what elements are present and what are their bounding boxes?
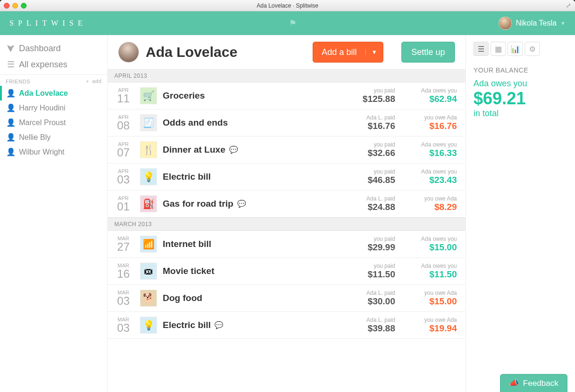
friend-name-label: Marcel Proust bbox=[19, 119, 66, 127]
megaphone-icon: 📣 bbox=[509, 378, 519, 388]
page-title: Ada Lovelace bbox=[146, 44, 237, 60]
person-icon: 👤 bbox=[7, 118, 15, 127]
feedback-button[interactable]: 📣 Feedback bbox=[500, 374, 567, 392]
fullscreen-icon[interactable]: ⤢ bbox=[566, 2, 571, 9]
expense-row[interactable]: APR11🛒Groceriesyou paid$125.88Ada owes y… bbox=[108, 82, 465, 109]
add-bill-button[interactable]: Add a bill ▼ bbox=[313, 42, 383, 63]
right-panel: ☰ ▦ 📊 ⚙ YOUR BALANCE Ada owes you $69.21… bbox=[466, 35, 575, 392]
zoom-window-button[interactable] bbox=[21, 3, 27, 9]
traffic-lights bbox=[4, 3, 27, 9]
owe-column: Ada owes you$16.33 bbox=[395, 141, 457, 158]
sidebar-dashboard-label: Dashboard bbox=[19, 44, 61, 54]
balance-header: YOUR BALANCE bbox=[473, 66, 567, 74]
expense-row[interactable]: APR07🍴Dinner at Luxe 💬you paid$32.66Ada … bbox=[108, 137, 465, 164]
sidebar-dashboard[interactable]: ⮟ Dashboard bbox=[0, 41, 107, 56]
expense-row[interactable]: APR03💡Electric billyou paid$46.85Ada owe… bbox=[108, 164, 465, 191]
category-icon: 🛒 bbox=[140, 87, 157, 104]
owe-column: Ada owes you$15.00 bbox=[395, 236, 457, 253]
category-icon: 🎟 bbox=[140, 263, 157, 280]
add-bill-dropdown[interactable]: ▼ bbox=[365, 49, 383, 55]
expense-row[interactable]: MAR27📶Internet billyou paid$29.99Ada owe… bbox=[108, 231, 465, 258]
expense-description: Electric bill 💬 bbox=[163, 320, 334, 330]
expense-date: MAR16 bbox=[112, 263, 134, 280]
paid-column: you paid$11.50 bbox=[334, 263, 395, 280]
friends-header-label: FRIENDS bbox=[6, 79, 30, 84]
expense-date: APR11 bbox=[112, 87, 134, 104]
expense-date: MAR03 bbox=[112, 317, 134, 334]
sidebar-friend-item[interactable]: 👤Marcel Proust bbox=[0, 115, 107, 130]
owe-column: you owe Ada$16.76 bbox=[395, 114, 457, 131]
month-header: APRIL 2013 bbox=[108, 69, 465, 82]
expense-description: Internet bill bbox=[163, 239, 334, 249]
expense-description: Groceries bbox=[163, 91, 334, 101]
paid-column: Ada L. paid$39.88 bbox=[334, 317, 395, 334]
close-window-button[interactable] bbox=[4, 3, 9, 9]
expense-row[interactable]: MAR03🐕Dog foodAda L. paid$30.00you owe A… bbox=[108, 285, 465, 312]
owe-column: you owe Ada$15.00 bbox=[395, 290, 457, 307]
minimize-window-button[interactable] bbox=[12, 3, 18, 9]
category-icon: 📶 bbox=[140, 236, 157, 253]
calendar-view-button[interactable]: ▦ bbox=[491, 42, 506, 56]
chart-view-button[interactable]: 📊 bbox=[508, 42, 523, 56]
comment-icon: 💬 bbox=[237, 200, 246, 208]
expense-description: Odds and ends bbox=[163, 118, 334, 128]
settle-up-button[interactable]: Settle up bbox=[401, 42, 455, 63]
settings-button[interactable]: ⚙ bbox=[525, 42, 540, 56]
chevron-down-icon: ▼ bbox=[560, 20, 566, 26]
list-icon: ☰ bbox=[7, 59, 15, 70]
category-icon: 🐕 bbox=[140, 290, 157, 307]
list-view-button[interactable]: ☰ bbox=[473, 42, 489, 56]
expense-description: Dog food bbox=[163, 293, 334, 303]
month-header: MARCH 2013 bbox=[108, 218, 465, 231]
expense-row[interactable]: APR01⛽Gas for road trip 💬Ada L. paid$24.… bbox=[108, 191, 465, 218]
friend-name-label: Wilbur Wright bbox=[19, 148, 65, 156]
expense-description: Gas for road trip 💬 bbox=[163, 199, 334, 209]
sidebar-friend-item[interactable]: 👤Nellie Bly bbox=[0, 130, 107, 145]
friend-name-label: Harry Houdini bbox=[19, 104, 65, 112]
expense-description: Movie ticket bbox=[163, 266, 334, 276]
sidebar-friend-item[interactable]: 👤Harry Houdini bbox=[0, 100, 107, 115]
balance-amount: $69.21 bbox=[473, 89, 567, 109]
brand-logo[interactable]: SPLITWISE bbox=[9, 19, 87, 27]
expense-date: APR03 bbox=[112, 168, 134, 185]
category-icon: 💡 bbox=[140, 168, 157, 185]
app-topbar: SPLITWISE ⚑ Nikola Tesla ▼ bbox=[0, 11, 575, 35]
settle-up-label: Settle up bbox=[411, 47, 445, 57]
sidebar-friend-item[interactable]: 👤Wilbur Wright bbox=[0, 145, 107, 159]
category-icon: 🧾 bbox=[140, 114, 157, 131]
category-icon: 💡 bbox=[140, 317, 157, 334]
person-icon: 👤 bbox=[7, 103, 15, 112]
owe-column: Ada owes you$23.43 bbox=[395, 168, 457, 185]
sidebar: ⮟ Dashboard ☰ All expenses FRIENDS ＋ add… bbox=[0, 35, 107, 392]
friend-name-label: Ada Lovelace bbox=[19, 89, 68, 98]
expense-date: APR07 bbox=[112, 141, 134, 158]
user-menu[interactable]: Nikola Tesla ▼ bbox=[499, 17, 566, 30]
window-titlebar: Ada Lovelace · Splitwise ⤢ bbox=[0, 0, 575, 11]
expense-row[interactable]: MAR16🎟Movie ticketyou paid$11.50Ada owes… bbox=[108, 258, 465, 285]
add-friend-button[interactable]: ＋ add bbox=[85, 78, 102, 85]
owe-column: Ada owes you$62.94 bbox=[395, 87, 457, 104]
sidebar-friends-header: FRIENDS ＋ add bbox=[0, 74, 107, 86]
main-panel: Ada Lovelace Add a bill ▼ Settle up APRI… bbox=[107, 35, 466, 392]
expense-date: MAR03 bbox=[112, 290, 134, 307]
paid-column: you paid$46.85 bbox=[334, 168, 395, 185]
comment-icon: 💬 bbox=[229, 146, 238, 154]
sidebar-friend-item[interactable]: 👤Ada Lovelace bbox=[0, 86, 107, 100]
person-icon: 👤 bbox=[7, 89, 15, 98]
sidebar-all-expenses[interactable]: ☰ All expenses bbox=[0, 56, 107, 73]
comment-icon: 💬 bbox=[214, 321, 223, 329]
user-name: Nikola Tesla bbox=[516, 19, 556, 27]
owe-column: you owe Ada$8.29 bbox=[395, 195, 457, 212]
expense-row[interactable]: MAR03💡Electric bill 💬Ada L. paid$39.88yo… bbox=[108, 312, 465, 339]
category-icon: ⛽ bbox=[140, 195, 157, 212]
owe-column: Ada owes you$11.50 bbox=[395, 263, 457, 280]
person-icon: 👤 bbox=[7, 133, 15, 142]
owe-column: you owe Ada$19.94 bbox=[395, 317, 457, 334]
paid-column: Ada L. paid$30.00 bbox=[334, 290, 395, 307]
sidebar-all-expenses-label: All expenses bbox=[19, 60, 67, 70]
expense-row[interactable]: APR08🧾Odds and endsAda L. paid$16.76you … bbox=[108, 109, 465, 137]
flag-icon[interactable]: ⚑ bbox=[87, 18, 499, 28]
paid-column: Ada L. paid$16.76 bbox=[334, 114, 395, 131]
add-bill-label: Add a bill bbox=[313, 47, 365, 57]
avatar bbox=[499, 17, 512, 30]
